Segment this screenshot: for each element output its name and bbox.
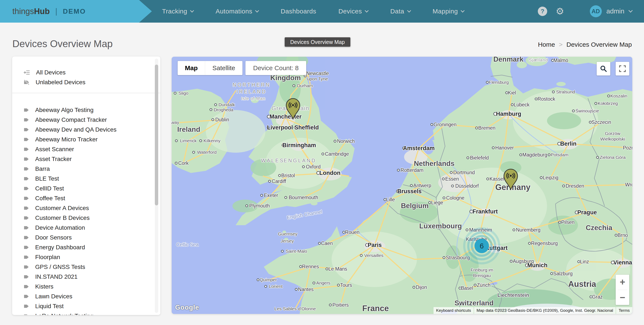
sidebar-label-lora-network-testing[interactable]: LoRa Network Testing	[12, 311, 160, 315]
brand-divider: |	[55, 7, 57, 16]
sidebar-label-ble-test[interactable]: BLE Test	[12, 174, 160, 184]
nav-item-label: Automations	[216, 8, 252, 15]
nav-item-label: Dashboards	[281, 8, 316, 15]
user-menu-label[interactable]: admin	[606, 8, 624, 15]
sidebar-item-label: Abeeway Compact Tracker	[35, 116, 107, 123]
sidebar-label-asset-tracker[interactable]: Asset Tracker	[12, 154, 160, 164]
sidebar-label-abeeway-micro-tracker[interactable]: Abeeway Micro Tracker	[12, 134, 160, 144]
tag-icon	[24, 304, 29, 309]
device-pin-marker-1[interactable]	[285, 97, 301, 120]
breadcrumb-separator: >	[559, 41, 563, 48]
sidebar-item-label: Door Sensors	[35, 234, 72, 241]
tag-icon	[24, 235, 29, 240]
nav-item-tracking[interactable]: Tracking	[162, 8, 194, 15]
nav-item-mapping[interactable]: Mapping	[433, 8, 464, 15]
brand-logo[interactable]: thingsHub | DEMO	[0, 0, 152, 22]
sidebar-label-abeeway-dev-and-qa-devices[interactable]: Abeeway Dev and QA Devices	[12, 125, 160, 134]
sidebar-item-label: Abeeway Dev and QA Devices	[35, 126, 116, 133]
terms-link[interactable]: Terms	[616, 307, 632, 314]
help-icon[interactable]: ?	[538, 6, 547, 16]
sidebar-item-label: Customer B Devices	[35, 214, 90, 221]
sidebar-label-customer-a-devices[interactable]: Customer A Devices	[12, 203, 160, 213]
sidebar-item-label: All Devices	[36, 69, 66, 76]
main-nav: TrackingAutomationsDashboardsDevicesData…	[162, 0, 464, 22]
sidebar-label-device-automation[interactable]: Device Automation	[12, 223, 160, 233]
sidebar-label-floorplan[interactable]: Floorplan	[12, 252, 160, 262]
sidebar-label-abeeway-algo-testing[interactable]: Abeeway Algo Testing	[12, 105, 160, 115]
sidebar-item-unlabeled-devices[interactable]: Unlabeled Devices	[12, 78, 160, 87]
chevron-down-icon	[190, 8, 194, 12]
search-icon	[600, 65, 607, 72]
tag-icon	[24, 215, 29, 221]
nav-item-devices[interactable]: Devices	[338, 8, 368, 15]
nav-item-dashboards[interactable]: Dashboards	[281, 8, 316, 15]
chevron-down-icon	[407, 8, 411, 12]
fullscreen-button[interactable]	[616, 62, 629, 76]
sidebar-item-label: Asset Tracker	[35, 156, 72, 162]
sidebar-label-in-stand-2021[interactable]: IN.STAND 2021	[12, 272, 160, 282]
sidebar-label-abeeway-compact-tracker[interactable]: Abeeway Compact Tracker	[12, 115, 160, 125]
sidebar-label-lawn-devices[interactable]: Lawn Devices	[12, 292, 160, 301]
sidebar-label-kisters[interactable]: Kisters	[12, 282, 160, 292]
tag-icon	[24, 156, 29, 162]
zoom-in-button[interactable]: +	[616, 275, 629, 290]
page-title: Devices Overview Map	[12, 38, 112, 50]
keyboard-shortcuts-link[interactable]: Keyboard shortcuts	[434, 307, 474, 314]
fullscreen-icon	[619, 65, 626, 72]
label-off-icon	[24, 80, 30, 85]
tag-icon	[24, 205, 29, 211]
avatar[interactable]: AD	[590, 5, 602, 17]
sidebar-item-label: Asset Scanner	[35, 146, 74, 153]
map-type-satellite-button[interactable]: Satellite	[205, 61, 242, 75]
map-type-control: Map Satellite	[178, 61, 242, 75]
tag-icon	[24, 117, 29, 122]
all-devices-icon	[24, 70, 30, 75]
breadcrumb-current: Devices Overview Map	[566, 41, 632, 48]
sidebar-label-energy-dashboard[interactable]: Energy Dashboard	[12, 242, 160, 252]
tag-icon	[24, 107, 29, 113]
sidebar-item-label: Abeeway Algo Testing	[35, 107, 94, 114]
device-pin-marker-2[interactable]	[502, 168, 519, 191]
sidebar-label-liquid-test[interactable]: Liquid Test	[12, 301, 160, 311]
sidebar-label-customer-b-devices[interactable]: Customer B Devices	[12, 213, 160, 223]
sidebar-scrollbar-thumb[interactable]	[155, 64, 158, 205]
sidebar-item-label: Liquid Test	[35, 303, 64, 310]
sidebar-label-coffee-test[interactable]: Coffee Test	[12, 194, 160, 203]
tooltip: Devices Overview Map	[285, 37, 350, 47]
zoom-control: + −	[616, 275, 629, 305]
sidebar-label-asset-scanner[interactable]: Asset Scanner	[12, 144, 160, 154]
map-search-button[interactable]	[597, 62, 610, 76]
device-cluster-marker[interactable]: 6	[460, 224, 503, 268]
sidebar-item-label: BLE Test	[35, 175, 59, 182]
sidebar-label-door-sensors[interactable]: Door Sensors	[12, 233, 160, 242]
sidebar-item-label: Barra	[35, 166, 50, 172]
sidebar-item-label: Coffee Test	[35, 195, 65, 202]
tag-icon	[24, 264, 29, 270]
gear-icon[interactable]: ⚙	[556, 6, 564, 16]
sidebar-label-gps-gnss-tests[interactable]: GPS / GNSS Tests	[12, 262, 160, 272]
breadcrumb-home[interactable]: Home	[538, 41, 555, 48]
nav-item-label: Mapping	[433, 8, 458, 15]
map-data-attribution: Map data ©2023 GeoBasis-DE/BKG (©2009), …	[474, 307, 616, 314]
sidebar-item-label: Unlabeled Devices	[36, 79, 85, 86]
nav-item-data[interactable]: Data	[390, 8, 410, 15]
devices-overview-map[interactable]: DenmarkSjællandMalmöKingdomNewcastleupon…	[172, 57, 632, 314]
sidebar-item-all-devices[interactable]: All Devices	[12, 68, 160, 78]
chevron-down-icon[interactable]	[628, 8, 633, 12]
sidebar-label-cellid-test[interactable]: CellID Test	[12, 184, 160, 194]
nav-item-label: Tracking	[162, 8, 187, 15]
sidebar-label-barra[interactable]: Barra	[12, 164, 160, 174]
map-attribution: Keyboard shortcuts Map data ©2023 GeoBas…	[434, 307, 632, 314]
sidebar-item-label: Energy Dashboard	[35, 244, 85, 251]
header-right: ? ⚙ AD admin	[538, 0, 632, 22]
nav-item-automations[interactable]: Automations	[216, 8, 258, 15]
tag-icon	[24, 313, 29, 315]
map-type-map-button[interactable]: Map	[178, 61, 205, 75]
beacon-pin-icon	[502, 168, 519, 190]
cluster-icon: 6	[460, 224, 503, 267]
sidebar-item-label: GPS / GNSS Tests	[35, 264, 85, 270]
tag-icon	[24, 127, 29, 132]
device-label-list: Abeeway Algo TestingAbeeway Compact Trac…	[12, 105, 160, 315]
sidebar-item-label: Device Automation	[35, 224, 85, 231]
zoom-out-button[interactable]: −	[616, 290, 629, 305]
